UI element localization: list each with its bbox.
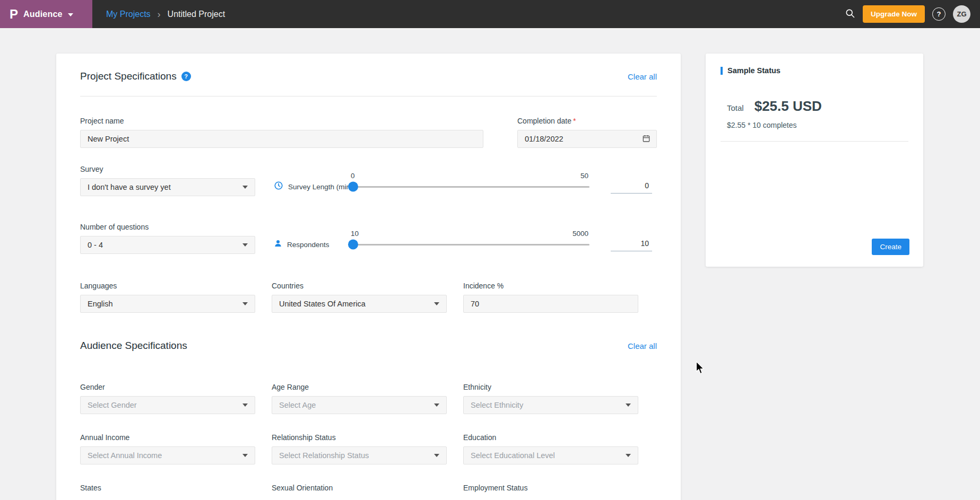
questions-field: Number of questions 0 - 4 (80, 223, 255, 254)
survey-field: Survey I don't have a survey yet (80, 165, 255, 196)
completion-date-input[interactable] (525, 135, 642, 143)
incidence-label: Incidence % (463, 282, 638, 291)
person-icon (274, 239, 282, 250)
employment-status-label: Employment Status (463, 484, 638, 493)
project-specifications-card: Project Specifications ? Clear all Proje… (56, 54, 681, 500)
chevron-down-icon (242, 403, 248, 407)
respondents-slider-thumb[interactable] (348, 240, 358, 250)
chevron-down-icon (434, 302, 439, 305)
annual-income-select-placeholder: Select Annual Income (88, 451, 162, 460)
relationship-status-select[interactable]: Select Relationship Status (272, 446, 447, 464)
relationship-status-field: Relationship Status Select Relationship … (272, 433, 447, 464)
survey-length-min-tick: 0 (351, 172, 355, 180)
completion-date-field: Completion date* (517, 117, 657, 148)
project-spec-header: Project Specifications ? Clear all (80, 54, 657, 82)
audience-spec-title: Audience Specifications (80, 340, 187, 352)
age-range-select[interactable]: Select Age (272, 396, 447, 414)
calendar-icon[interactable] (642, 134, 651, 144)
sexual-orientation-label: Sexual Orientation (272, 484, 447, 493)
education-select[interactable]: Select Educational Level (463, 446, 638, 464)
chevron-down-icon (434, 454, 439, 457)
project-name-input[interactable] (80, 130, 483, 148)
chevron-down-icon (242, 454, 248, 457)
questions-label: Number of questions (80, 223, 255, 232)
survey-length-track[interactable] (348, 186, 589, 188)
survey-length-slider-group: Survey Length (min) 0 50 (255, 177, 657, 196)
user-avatar[interactable]: ZG (953, 5, 970, 23)
education-select-placeholder: Select Educational Level (471, 451, 555, 460)
gender-label: Gender (80, 383, 255, 392)
topbar-actions: Upgrade Now ? ZG (845, 5, 980, 23)
upgrade-now-button[interactable]: Upgrade Now (863, 5, 925, 23)
help-button[interactable]: ? (932, 7, 946, 21)
survey-select[interactable]: I don't have a survey yet (80, 178, 255, 196)
gender-select-placeholder: Select Gender (88, 401, 137, 409)
respondents-max-tick: 5000 (573, 230, 588, 238)
sexual-orientation-field: Sexual Orientation (272, 484, 447, 493)
countries-select[interactable]: United States Of America (272, 295, 447, 313)
incidence-field: Incidence % (463, 282, 638, 313)
audience-spec-clear-all-link[interactable]: Clear all (628, 341, 657, 350)
project-spec-title: Project Specifications (80, 71, 177, 82)
project-name-label: Project name (80, 117, 483, 126)
survey-length-value-input[interactable] (611, 180, 652, 194)
questions-select-value: 0 - 4 (88, 241, 103, 249)
survey-length-slider-thumb[interactable] (348, 182, 358, 192)
chevron-down-icon (242, 186, 248, 189)
ethnicity-field: Ethnicity Select Ethnicity (463, 383, 638, 414)
respondents-label: Respondents (287, 241, 329, 249)
chevron-down-icon (626, 454, 631, 457)
product-switcher[interactable]: P Audience (0, 0, 92, 28)
price-breakdown: $2.55 * 10 completes (727, 121, 908, 129)
annual-income-field: Annual Income Select Annual Income (80, 433, 255, 464)
product-name: Audience (23, 10, 63, 19)
incidence-input[interactable] (463, 295, 638, 313)
countries-field: Countries United States Of America (272, 282, 447, 313)
gender-field: Gender Select Gender (80, 383, 255, 414)
survey-length-label: Survey Length (min) (288, 183, 353, 191)
create-button[interactable]: Create (872, 239, 909, 255)
info-help-icon[interactable]: ? (181, 72, 191, 81)
completion-date-label: Completion date* (517, 117, 657, 126)
accent-bar (721, 67, 723, 75)
chevron-down-icon (242, 243, 248, 247)
survey-label: Survey (80, 165, 255, 174)
ethnicity-select[interactable]: Select Ethnicity (463, 396, 638, 414)
respondents-slider: 10 5000 (348, 235, 589, 254)
respondents-min-tick: 10 (351, 230, 359, 238)
questions-select[interactable]: 0 - 4 (80, 236, 255, 254)
section-divider (80, 96, 657, 97)
survey-length-caption: Survey Length (min) (274, 181, 348, 192)
annual-income-select[interactable]: Select Annual Income (80, 446, 255, 464)
sample-status-title: Sample Status (727, 66, 780, 75)
topbar: P Audience My Projects › Untitled Projec… (0, 0, 980, 28)
brand-logo: P (10, 8, 18, 21)
respondents-slider-group: Respondents 10 5000 (255, 235, 657, 254)
breadcrumb: My Projects › Untitled Project (106, 10, 225, 19)
chevron-down-icon (434, 403, 439, 407)
survey-select-value: I don't have a survey yet (88, 183, 171, 191)
relationship-status-select-placeholder: Select Relationship Status (279, 451, 369, 460)
respondents-value-input[interactable] (611, 238, 652, 251)
project-spec-clear-all-link[interactable]: Clear all (628, 72, 657, 81)
required-asterisk: * (573, 117, 576, 125)
languages-field: Languages English (80, 282, 255, 313)
row-respondents: Number of questions 0 - 4 Respondents 10… (80, 223, 657, 254)
gender-select[interactable]: Select Gender (80, 396, 255, 414)
age-range-field: Age Range Select Age (272, 383, 447, 414)
row-income-relationship-education: Annual Income Select Annual Income Relat… (80, 433, 657, 464)
row-gender-age-ethnicity: Gender Select Gender Age Range Select Ag… (80, 383, 657, 414)
respondents-track[interactable] (348, 244, 589, 245)
project-name-field: Project name (80, 117, 483, 148)
survey-length-max-tick: 50 (580, 172, 588, 180)
languages-select[interactable]: English (80, 295, 255, 313)
sample-status-divider (721, 141, 908, 142)
annual-income-label: Annual Income (80, 433, 255, 442)
sample-status-header: Sample Status (721, 66, 908, 75)
row-project-name-date: Project name Completion date* (80, 117, 657, 148)
search-button[interactable] (845, 8, 855, 20)
search-icon (845, 8, 855, 20)
clock-icon (274, 181, 283, 192)
breadcrumb-my-projects-link[interactable]: My Projects (106, 10, 151, 19)
ethnicity-select-placeholder: Select Ethnicity (471, 401, 523, 409)
